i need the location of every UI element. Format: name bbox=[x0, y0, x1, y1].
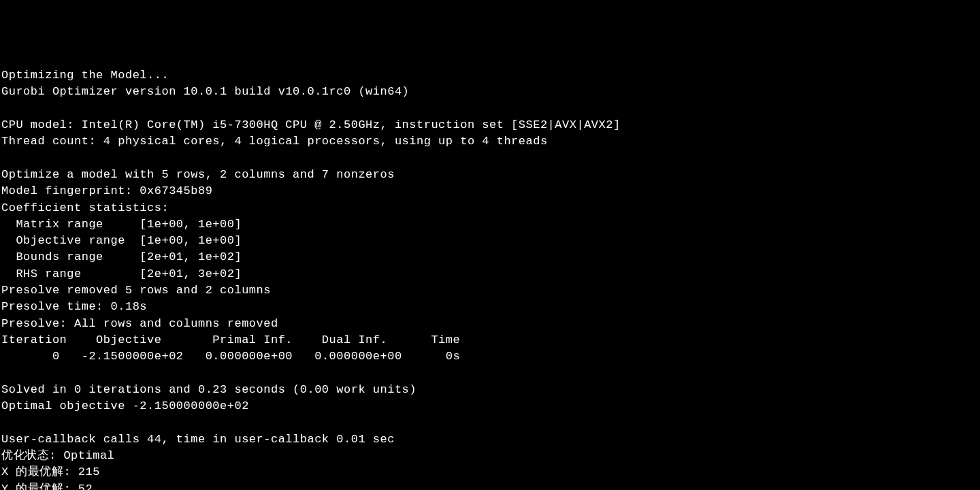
output-line: Gurobi Optimizer version 10.0.1 build v1… bbox=[1, 85, 409, 98]
output-line: Y 的最优解: 52 bbox=[1, 483, 93, 490]
output-line: X 的最优解: 215 bbox=[1, 466, 100, 478]
output-line: Optimize a model with 5 rows, 2 columns … bbox=[1, 168, 395, 181]
output-line: Bounds range [2e+01, 1e+02] bbox=[1, 250, 242, 263]
output-line: Matrix range [1e+00, 1e+00] bbox=[1, 218, 242, 231]
output-line: Coefficient statistics: bbox=[1, 201, 169, 214]
output-line: Model fingerprint: 0x67345b89 bbox=[1, 184, 212, 197]
output-line: Thread count: 4 physical cores, 4 logica… bbox=[1, 135, 548, 148]
output-line: Solved in 0 iterations and 0.23 seconds … bbox=[1, 383, 416, 396]
output-line: 优化状态: Optimal bbox=[1, 449, 114, 462]
terminal-output[interactable]: Optimizing the Model... Gurobi Optimizer… bbox=[1, 67, 980, 490]
output-line: Presolve time: 0.18s bbox=[1, 300, 147, 313]
output-line: Presolve: All rows and columns removed bbox=[1, 317, 278, 330]
output-line: RHS range [2e+01, 3e+02] bbox=[1, 267, 242, 280]
output-line: 0 -2.1500000e+02 0.000000e+00 0.000000e+… bbox=[1, 350, 460, 363]
output-line: Iteration Objective Primal Inf. Dual Inf… bbox=[1, 333, 460, 346]
output-line: Optimizing the Model... bbox=[1, 69, 169, 82]
output-line: User-callback calls 44, time in user-cal… bbox=[1, 433, 395, 446]
output-line: CPU model: Intel(R) Core(TM) i5-7300HQ C… bbox=[1, 118, 621, 131]
output-line: Objective range [1e+00, 1e+00] bbox=[1, 234, 242, 247]
output-line: Optimal objective -2.150000000e+02 bbox=[1, 399, 249, 412]
output-line: Presolve removed 5 rows and 2 columns bbox=[1, 284, 271, 297]
